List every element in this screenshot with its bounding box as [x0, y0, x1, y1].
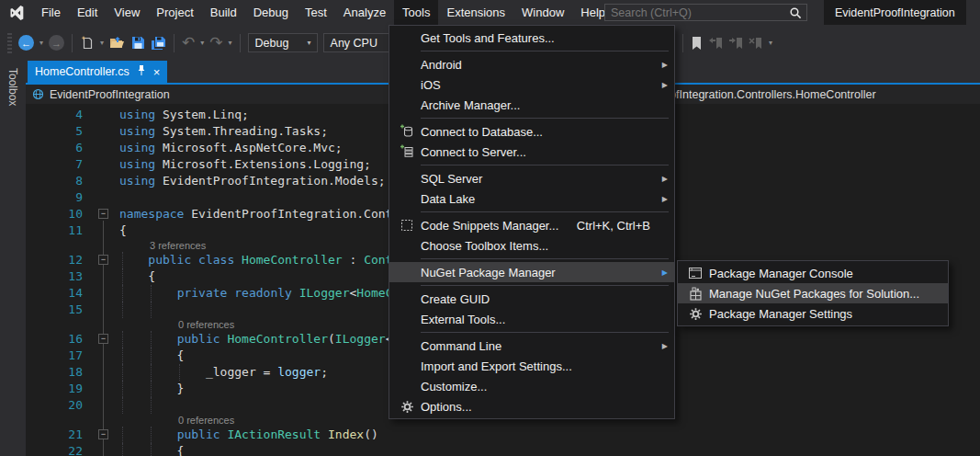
- collapse-toggle[interactable]: −: [98, 429, 108, 439]
- save-all-icon: [151, 36, 166, 51]
- gear-icon: [393, 400, 421, 414]
- fold-margin: [83, 189, 119, 206]
- server-connect-icon: [393, 144, 421, 159]
- menu-item-label: Import and Export Settings...: [421, 359, 674, 373]
- line-number: 6: [26, 140, 83, 156]
- project-icon: [32, 88, 44, 100]
- tools-menu-item-archive-manager[interactable]: Archive Manager...: [389, 95, 674, 115]
- nuget-submenu-item-package-manager-settings[interactable]: Package Manager Settings: [678, 303, 948, 324]
- submenu-arrow-icon: ▶: [662, 195, 668, 203]
- left-panel-strip: Toolbox: [0, 61, 26, 456]
- tools-menu-item-android[interactable]: Android▶: [389, 54, 674, 74]
- menu-view[interactable]: View: [106, 0, 148, 25]
- menu-item-label: SQL Server: [421, 172, 674, 186]
- indent-guide: [151, 427, 152, 443]
- undo-dropdown-caret[interactable]: ▾: [197, 39, 207, 47]
- menu-bar: FileEditViewProjectBuildDebugTestAnalyze…: [33, 0, 614, 25]
- menu-extensions[interactable]: Extensions: [438, 0, 513, 25]
- line-number: 17: [26, 348, 83, 364]
- fold-margin: [83, 107, 119, 123]
- previous-bookmark-button[interactable]: [705, 35, 726, 51]
- collapse-toggle[interactable]: −: [98, 209, 108, 219]
- indent-guide: [122, 285, 123, 302]
- indent-guide: [151, 364, 152, 381]
- submenu-arrow-icon: ▶: [662, 268, 668, 277]
- tools-menu-item-customize[interactable]: Customize...: [389, 376, 674, 396]
- tools-menu-item-sql-server[interactable]: SQL Server▶: [389, 168, 674, 188]
- menu-window[interactable]: Window: [513, 0, 572, 25]
- menu-separator: [421, 332, 669, 333]
- tools-menu-item-options[interactable]: Options...: [389, 396, 674, 416]
- menu-item-label: Connect to Server...: [421, 145, 674, 159]
- menu-item-label: Android: [421, 58, 674, 72]
- forward-icon: →: [49, 35, 64, 51]
- indent-guide: [151, 443, 152, 456]
- solution-configuration-dropdown[interactable]: Debug ▾: [248, 33, 318, 52]
- tab-homecontroller[interactable]: HomeController.cs ×: [28, 61, 167, 83]
- tools-menu-item-nuget-package-manager[interactable]: NuGet Package Manager▶: [389, 262, 674, 282]
- fold-margin: [83, 348, 119, 364]
- menu-item-label: Options...: [421, 400, 674, 414]
- breadcrumb-project[interactable]: EvidentProofIntegration: [50, 88, 170, 101]
- tools-menu-item-external-tools[interactable]: External Tools...: [389, 309, 674, 329]
- tools-menu-item-ios[interactable]: iOS▶: [389, 74, 674, 95]
- save-all-button[interactable]: [148, 34, 169, 52]
- menu-build[interactable]: Build: [202, 0, 245, 25]
- tools-menu-item-data-lake[interactable]: Data Lake▶: [389, 188, 674, 209]
- search-input[interactable]: [605, 6, 789, 19]
- nuget-submenu-item-manage-nuget-packages-for-solution[interactable]: Manage NuGet Packages for Solution...: [678, 283, 948, 303]
- menu-edit[interactable]: Edit: [69, 0, 106, 25]
- line-number: 4: [26, 107, 83, 123]
- pin-icon[interactable]: [137, 64, 146, 79]
- next-bookmark-button[interactable]: [726, 35, 746, 51]
- back-dropdown-caret[interactable]: ▾: [37, 39, 46, 47]
- tools-menu-item-import-and-export-settings[interactable]: Import and Export Settings...: [389, 356, 674, 376]
- toggle-bookmark-button[interactable]: [688, 34, 705, 52]
- navigate-forward-button[interactable]: →: [46, 33, 67, 52]
- menu-separator: [421, 51, 669, 51]
- close-icon[interactable]: ×: [153, 66, 161, 78]
- code-text[interactable]: {: [119, 443, 980, 456]
- new-project-dropdown-caret[interactable]: ▾: [97, 39, 107, 47]
- collapse-toggle[interactable]: −: [98, 334, 108, 344]
- indent-guide: [179, 364, 180, 381]
- tools-menu-item-get-tools-and-features[interactable]: Get Tools and Features...: [389, 28, 674, 48]
- indent-guide: [122, 302, 123, 318]
- toolbar-grip[interactable]: [7, 33, 12, 53]
- tools-menu-item-command-line[interactable]: Command Line▶: [389, 336, 674, 356]
- toolbox-tab[interactable]: Toolbox: [6, 68, 19, 106]
- menu-file[interactable]: File: [33, 0, 69, 25]
- redo-dropdown-caret[interactable]: ▾: [226, 39, 235, 47]
- navigate-back-button[interactable]: ←: [16, 33, 37, 52]
- new-project-button[interactable]: [77, 33, 97, 52]
- bookmark-dropdown-caret[interactable]: ▾: [766, 39, 775, 47]
- collapse-toggle[interactable]: −: [98, 255, 108, 265]
- line-number: 5: [26, 123, 83, 140]
- menu-item-label: Data Lake: [421, 192, 674, 206]
- menu-item-label: Create GUID: [421, 292, 674, 306]
- tools-menu-item-code-snippets-manager[interactable]: Code Snippets Manager...Ctrl+K, Ctrl+B: [389, 215, 674, 235]
- code-text[interactable]: public IActionResult Index(): [119, 427, 980, 443]
- tools-menu-item-choose-toolbox-items[interactable]: Choose Toolbox Items...: [389, 235, 674, 256]
- bookmark-icon: [691, 36, 703, 51]
- tools-menu-item-create-guid[interactable]: Create GUID: [389, 289, 674, 309]
- database-connect-icon: [393, 124, 421, 139]
- search-icon[interactable]: [789, 6, 806, 19]
- clear-bookmarks-button[interactable]: [746, 35, 766, 51]
- indent-guide: [122, 331, 123, 348]
- nuget-submenu-item-package-manager-console[interactable]: Package Manager Console: [678, 263, 948, 283]
- save-button[interactable]: [129, 34, 148, 51]
- tools-menu-item-connect-to-server[interactable]: Connect to Server...: [389, 142, 674, 162]
- redo-button[interactable]: ↷: [207, 33, 225, 52]
- tools-menu-item-connect-to-database[interactable]: Connect to Database...: [389, 121, 674, 142]
- menu-test[interactable]: Test: [297, 0, 335, 25]
- undo-button[interactable]: ↶: [179, 33, 197, 52]
- search-box[interactable]: [604, 4, 807, 21]
- menu-item-label: Manage NuGet Packages for Solution...: [709, 287, 948, 301]
- menu-debug[interactable]: Debug: [245, 0, 297, 25]
- menu-tools[interactable]: Tools: [394, 0, 438, 25]
- open-file-button[interactable]: [107, 34, 129, 51]
- menu-project[interactable]: Project: [148, 0, 201, 25]
- menu-analyze[interactable]: Analyze: [335, 0, 394, 25]
- solution-platform-value: Any CPU: [331, 37, 377, 50]
